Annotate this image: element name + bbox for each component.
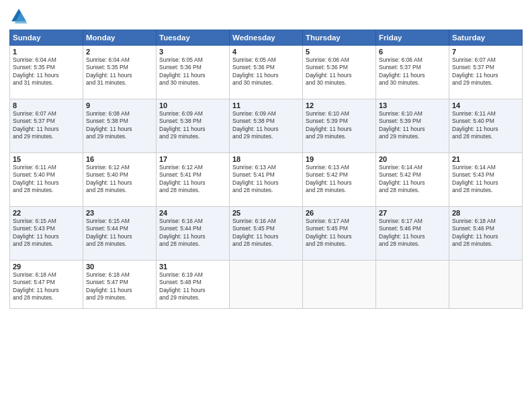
day-number: 10 bbox=[159, 101, 226, 109]
cell-info: Sunrise: 6:05 AMSunset: 5:36 PMDaylight:… bbox=[159, 56, 226, 87]
day-number: 5 bbox=[306, 48, 373, 56]
calendar-cell: 29 Sunrise: 6:18 AMSunset: 5:47 PMDaylig… bbox=[10, 261, 83, 309]
day-header: Tuesday bbox=[157, 30, 230, 46]
cell-info: Sunrise: 6:08 AMSunset: 5:38 PMDaylight:… bbox=[86, 110, 153, 141]
calendar-cell: 5 Sunrise: 6:06 AMSunset: 5:36 PMDayligh… bbox=[303, 46, 376, 99]
calendar-cell: 24 Sunrise: 6:16 AMSunset: 5:44 PMDaylig… bbox=[157, 207, 230, 261]
calendar-cell: 10 Sunrise: 6:09 AMSunset: 5:38 PMDaylig… bbox=[157, 99, 230, 153]
cell-info: Sunrise: 6:05 AMSunset: 5:36 PMDaylight:… bbox=[232, 56, 300, 87]
day-number: 17 bbox=[159, 155, 226, 163]
day-number: 21 bbox=[452, 155, 519, 163]
page: SundayMondayTuesdayWednesdayThursdayFrid… bbox=[0, 0, 532, 411]
calendar-cell: 7 Sunrise: 6:07 AMSunset: 5:37 PMDayligh… bbox=[449, 46, 523, 99]
cell-info: Sunrise: 6:11 AMSunset: 5:40 PMDaylight:… bbox=[13, 164, 80, 195]
day-header: Friday bbox=[376, 30, 449, 46]
calendar-cell bbox=[449, 261, 523, 309]
calendar-cell: 4 Sunrise: 6:05 AMSunset: 5:36 PMDayligh… bbox=[230, 46, 303, 99]
day-number: 25 bbox=[232, 209, 300, 217]
cell-info: Sunrise: 6:18 AMSunset: 5:47 PMDaylight:… bbox=[13, 271, 80, 302]
day-number: 30 bbox=[86, 263, 153, 271]
calendar-cell: 17 Sunrise: 6:12 AMSunset: 5:41 PMDaylig… bbox=[157, 153, 230, 207]
calendar-cell: 15 Sunrise: 6:11 AMSunset: 5:40 PMDaylig… bbox=[10, 153, 83, 207]
cell-info: Sunrise: 6:13 AMSunset: 5:41 PMDaylight:… bbox=[232, 164, 300, 195]
day-number: 7 bbox=[452, 48, 519, 56]
day-number: 6 bbox=[379, 48, 446, 56]
calendar-cell: 18 Sunrise: 6:13 AMSunset: 5:41 PMDaylig… bbox=[230, 153, 303, 207]
day-number: 31 bbox=[159, 263, 226, 271]
day-header: Saturday bbox=[449, 30, 523, 46]
calendar-header: SundayMondayTuesdayWednesdayThursdayFrid… bbox=[10, 30, 523, 46]
day-number: 23 bbox=[86, 209, 153, 217]
cell-info: Sunrise: 6:12 AMSunset: 5:41 PMDaylight:… bbox=[159, 164, 226, 195]
cell-info: Sunrise: 6:14 AMSunset: 5:43 PMDaylight:… bbox=[452, 164, 519, 195]
calendar-cell: 19 Sunrise: 6:13 AMSunset: 5:42 PMDaylig… bbox=[303, 153, 376, 207]
day-number: 29 bbox=[13, 263, 80, 271]
day-number: 16 bbox=[86, 155, 153, 163]
calendar-cell: 20 Sunrise: 6:14 AMSunset: 5:42 PMDaylig… bbox=[376, 153, 449, 207]
calendar-body: 1 Sunrise: 6:04 AMSunset: 5:35 PMDayligh… bbox=[10, 46, 523, 309]
cell-info: Sunrise: 6:07 AMSunset: 5:37 PMDaylight:… bbox=[13, 110, 80, 141]
cell-info: Sunrise: 6:18 AMSunset: 5:47 PMDaylight:… bbox=[86, 271, 153, 302]
calendar-cell: 30 Sunrise: 6:18 AMSunset: 5:47 PMDaylig… bbox=[83, 261, 157, 309]
calendar-cell: 26 Sunrise: 6:17 AMSunset: 5:45 PMDaylig… bbox=[303, 207, 376, 261]
cell-info: Sunrise: 6:12 AMSunset: 5:40 PMDaylight:… bbox=[86, 164, 153, 195]
calendar-cell: 13 Sunrise: 6:10 AMSunset: 5:39 PMDaylig… bbox=[376, 99, 449, 153]
calendar-cell: 27 Sunrise: 6:17 AMSunset: 5:46 PMDaylig… bbox=[376, 207, 449, 261]
day-header: Wednesday bbox=[230, 30, 303, 46]
calendar-cell: 11 Sunrise: 6:09 AMSunset: 5:38 PMDaylig… bbox=[230, 99, 303, 153]
calendar-cell bbox=[230, 261, 303, 309]
calendar-cell: 22 Sunrise: 6:15 AMSunset: 5:43 PMDaylig… bbox=[10, 207, 83, 261]
day-header: Sunday bbox=[10, 30, 83, 46]
cell-info: Sunrise: 6:07 AMSunset: 5:37 PMDaylight:… bbox=[452, 56, 519, 87]
calendar-cell: 23 Sunrise: 6:15 AMSunset: 5:44 PMDaylig… bbox=[83, 207, 157, 261]
day-number: 26 bbox=[306, 209, 373, 217]
day-header: Thursday bbox=[303, 30, 376, 46]
cell-info: Sunrise: 6:14 AMSunset: 5:42 PMDaylight:… bbox=[379, 164, 446, 195]
calendar-cell: 2 Sunrise: 6:04 AMSunset: 5:35 PMDayligh… bbox=[83, 46, 157, 99]
logo-icon bbox=[9, 7, 28, 26]
day-number: 11 bbox=[232, 101, 300, 109]
day-number: 18 bbox=[232, 155, 300, 163]
calendar-cell bbox=[303, 261, 376, 309]
header bbox=[9, 7, 523, 26]
day-header: Monday bbox=[83, 30, 157, 46]
cell-info: Sunrise: 6:06 AMSunset: 5:37 PMDaylight:… bbox=[379, 56, 446, 87]
day-number: 14 bbox=[452, 101, 519, 109]
cell-info: Sunrise: 6:09 AMSunset: 5:38 PMDaylight:… bbox=[159, 110, 226, 141]
cell-info: Sunrise: 6:15 AMSunset: 5:44 PMDaylight:… bbox=[86, 218, 153, 248]
day-number: 4 bbox=[232, 48, 300, 56]
cell-info: Sunrise: 6:16 AMSunset: 5:44 PMDaylight:… bbox=[159, 218, 226, 248]
cell-info: Sunrise: 6:19 AMSunset: 5:48 PMDaylight:… bbox=[159, 271, 226, 302]
cell-info: Sunrise: 6:04 AMSunset: 5:35 PMDaylight:… bbox=[86, 56, 153, 87]
calendar-cell: 1 Sunrise: 6:04 AMSunset: 5:35 PMDayligh… bbox=[10, 46, 83, 99]
cell-info: Sunrise: 6:11 AMSunset: 5:40 PMDaylight:… bbox=[452, 110, 519, 141]
cell-info: Sunrise: 6:10 AMSunset: 5:39 PMDaylight:… bbox=[306, 110, 373, 141]
calendar-cell: 9 Sunrise: 6:08 AMSunset: 5:38 PMDayligh… bbox=[83, 99, 157, 153]
day-number: 15 bbox=[13, 155, 80, 163]
calendar-cell: 12 Sunrise: 6:10 AMSunset: 5:39 PMDaylig… bbox=[303, 99, 376, 153]
calendar-cell: 8 Sunrise: 6:07 AMSunset: 5:37 PMDayligh… bbox=[10, 99, 83, 153]
logo bbox=[9, 7, 31, 26]
calendar-cell: 28 Sunrise: 6:18 AMSunset: 5:46 PMDaylig… bbox=[449, 207, 523, 261]
day-number: 22 bbox=[13, 209, 80, 217]
day-number: 20 bbox=[379, 155, 446, 163]
calendar-cell bbox=[376, 261, 449, 309]
day-number: 13 bbox=[379, 101, 446, 109]
cell-info: Sunrise: 6:18 AMSunset: 5:46 PMDaylight:… bbox=[452, 218, 519, 248]
cell-info: Sunrise: 6:16 AMSunset: 5:45 PMDaylight:… bbox=[232, 218, 300, 248]
cell-info: Sunrise: 6:10 AMSunset: 5:39 PMDaylight:… bbox=[379, 110, 446, 141]
day-number: 27 bbox=[379, 209, 446, 217]
cell-info: Sunrise: 6:17 AMSunset: 5:45 PMDaylight:… bbox=[306, 218, 373, 248]
calendar-cell: 21 Sunrise: 6:14 AMSunset: 5:43 PMDaylig… bbox=[449, 153, 523, 207]
cell-info: Sunrise: 6:06 AMSunset: 5:36 PMDaylight:… bbox=[306, 56, 373, 87]
calendar: SundayMondayTuesdayWednesdayThursdayFrid… bbox=[9, 30, 523, 309]
day-number: 3 bbox=[159, 48, 226, 56]
calendar-cell: 14 Sunrise: 6:11 AMSunset: 5:40 PMDaylig… bbox=[449, 99, 523, 153]
cell-info: Sunrise: 6:13 AMSunset: 5:42 PMDaylight:… bbox=[306, 164, 373, 195]
day-number: 8 bbox=[13, 101, 80, 109]
cell-info: Sunrise: 6:15 AMSunset: 5:43 PMDaylight:… bbox=[13, 218, 80, 248]
calendar-cell: 31 Sunrise: 6:19 AMSunset: 5:48 PMDaylig… bbox=[157, 261, 230, 309]
cell-info: Sunrise: 6:09 AMSunset: 5:38 PMDaylight:… bbox=[232, 110, 300, 141]
calendar-cell: 3 Sunrise: 6:05 AMSunset: 5:36 PMDayligh… bbox=[157, 46, 230, 99]
day-number: 9 bbox=[86, 101, 153, 109]
